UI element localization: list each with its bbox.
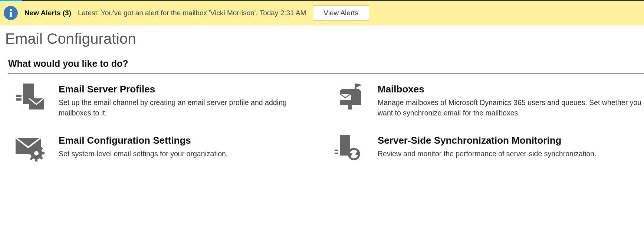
server-mail-icon [14,84,46,110]
view-alerts-button[interactable]: View Alerts [313,6,369,20]
info-icon [4,6,18,20]
svg-rect-10 [35,159,37,161]
section-heading: What would you like to do? [8,58,644,72]
svg-rect-3 [16,95,22,97]
option-email-config-settings[interactable]: Email Configuration Settings Set system-… [14,135,333,161]
svg-rect-6 [348,105,352,110]
svg-rect-19 [335,153,338,154]
option-title: Email Configuration Settings [59,135,228,146]
section-underline [8,73,644,74]
alert-latest-text: Latest: You've got an alert for the mail… [78,9,306,17]
svg-rect-9 [35,145,37,148]
svg-rect-1 [10,12,12,17]
option-title: Server-Side Synchronization Monitoring [378,135,597,146]
svg-rect-11 [28,152,31,154]
svg-rect-18 [335,150,338,151]
svg-rect-5 [355,84,356,91]
svg-point-8 [34,151,39,156]
option-server-sync-monitoring[interactable]: Server-Side Synchronization Monitoring R… [333,135,644,161]
page-title: Email Configuration [5,30,644,47]
options-grid: Email Server Profiles Set up the email c… [14,84,644,161]
option-email-server-profiles[interactable]: Email Server Profiles Set up the email c… [14,84,333,118]
mailbox-icon [333,84,365,110]
option-desc: Set up the email channel by creating an … [59,97,296,118]
svg-rect-12 [42,152,45,154]
option-desc: Set system-level email settings for your… [59,148,228,159]
alert-title: New Alerts (3) [24,9,71,17]
alert-bar: New Alerts (3) Latest: You've got an ale… [0,1,644,25]
option-mailboxes[interactable]: Mailboxes Manage mailboxes of Microsoft … [333,84,644,118]
svg-rect-4 [16,98,22,101]
server-sync-icon [333,135,365,161]
option-title: Mailboxes [378,84,644,95]
svg-point-0 [10,9,12,11]
mail-gear-icon [14,135,46,161]
option-title: Email Server Profiles [59,84,296,95]
option-desc: Review and monitor the performance of se… [378,148,597,159]
option-desc: Manage mailboxes of Microsoft Dynamics 3… [378,97,644,118]
